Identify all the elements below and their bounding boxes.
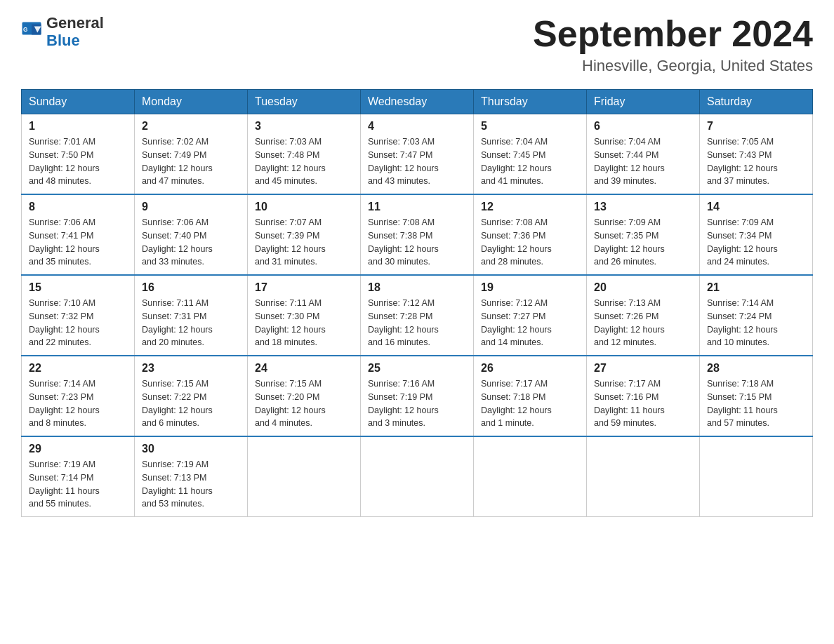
day-number: 14	[707, 201, 805, 213]
day-info: Sunrise: 7:06 AMSunset: 7:40 PMDaylight:…	[142, 216, 240, 269]
day-info: Sunrise: 7:09 AMSunset: 7:35 PMDaylight:…	[594, 216, 692, 269]
day-info: Sunrise: 7:19 AMSunset: 7:14 PMDaylight:…	[29, 458, 127, 511]
calendar-day-cell: 19Sunrise: 7:12 AMSunset: 7:27 PMDayligh…	[474, 275, 587, 356]
calendar-day-cell: 11Sunrise: 7:08 AMSunset: 7:38 PMDayligh…	[361, 194, 474, 275]
calendar-day-cell: 29Sunrise: 7:19 AMSunset: 7:14 PMDayligh…	[22, 436, 135, 517]
calendar-week-row: 15Sunrise: 7:10 AMSunset: 7:32 PMDayligh…	[22, 275, 813, 356]
header-friday: Friday	[587, 90, 700, 114]
day-info: Sunrise: 7:02 AMSunset: 7:49 PMDaylight:…	[142, 135, 240, 188]
day-number: 23	[142, 362, 240, 375]
day-info: Sunrise: 7:03 AMSunset: 7:47 PMDaylight:…	[368, 135, 466, 188]
day-number: 9	[142, 201, 240, 213]
day-number: 8	[29, 201, 127, 213]
calendar-day-cell: 23Sunrise: 7:15 AMSunset: 7:22 PMDayligh…	[135, 356, 248, 436]
day-info: Sunrise: 7:17 AMSunset: 7:18 PMDaylight:…	[481, 377, 579, 430]
day-info: Sunrise: 7:13 AMSunset: 7:26 PMDaylight:…	[594, 297, 692, 349]
calendar-day-cell	[587, 436, 700, 517]
day-info: Sunrise: 7:16 AMSunset: 7:19 PMDaylight:…	[368, 377, 466, 430]
header-sunday: Sunday	[22, 90, 135, 114]
calendar-day-cell: 15Sunrise: 7:10 AMSunset: 7:32 PMDayligh…	[22, 275, 135, 356]
day-info: Sunrise: 7:11 AMSunset: 7:30 PMDaylight:…	[255, 297, 353, 349]
day-number: 19	[481, 281, 579, 294]
day-number: 2	[142, 120, 240, 133]
calendar-title: September 2024	[533, 14, 813, 54]
day-number: 5	[481, 120, 579, 133]
logo-line1: General	[46, 14, 104, 32]
calendar-day-cell: 28Sunrise: 7:18 AMSunset: 7:15 PMDayligh…	[700, 356, 813, 436]
day-number: 17	[255, 281, 353, 294]
page-header: G General Blue September 2024 Hinesville…	[21, 14, 813, 75]
day-info: Sunrise: 7:11 AMSunset: 7:31 PMDaylight:…	[142, 297, 240, 349]
header-wednesday: Wednesday	[361, 90, 474, 114]
header-tuesday: Tuesday	[248, 90, 361, 114]
day-number: 20	[594, 281, 692, 294]
calendar-table: Sunday Monday Tuesday Wednesday Thursday…	[21, 89, 813, 517]
calendar-day-cell: 16Sunrise: 7:11 AMSunset: 7:31 PMDayligh…	[135, 275, 248, 356]
day-info: Sunrise: 7:08 AMSunset: 7:38 PMDaylight:…	[368, 216, 466, 269]
day-info: Sunrise: 7:03 AMSunset: 7:48 PMDaylight:…	[255, 135, 353, 188]
header-thursday: Thursday	[474, 90, 587, 114]
day-info: Sunrise: 7:12 AMSunset: 7:27 PMDaylight:…	[481, 297, 579, 349]
day-number: 27	[594, 362, 692, 375]
calendar-day-cell	[361, 436, 474, 517]
calendar-day-cell: 18Sunrise: 7:12 AMSunset: 7:28 PMDayligh…	[361, 275, 474, 356]
calendar-day-cell: 1Sunrise: 7:01 AMSunset: 7:50 PMDaylight…	[22, 114, 135, 195]
day-info: Sunrise: 7:12 AMSunset: 7:28 PMDaylight:…	[368, 297, 466, 349]
day-info: Sunrise: 7:08 AMSunset: 7:36 PMDaylight:…	[481, 216, 579, 269]
logo-line2: Blue	[46, 32, 104, 49]
calendar-week-row: 22Sunrise: 7:14 AMSunset: 7:23 PMDayligh…	[22, 356, 813, 436]
day-info: Sunrise: 7:10 AMSunset: 7:32 PMDaylight:…	[29, 297, 127, 349]
svg-text:G: G	[23, 27, 27, 33]
day-info: Sunrise: 7:04 AMSunset: 7:44 PMDaylight:…	[594, 135, 692, 188]
day-number: 21	[707, 281, 805, 294]
day-number: 28	[707, 362, 805, 375]
logo: G General Blue	[21, 14, 104, 50]
calendar-day-cell: 14Sunrise: 7:09 AMSunset: 7:34 PMDayligh…	[700, 194, 813, 275]
day-info: Sunrise: 7:05 AMSunset: 7:43 PMDaylight:…	[707, 135, 805, 188]
day-number: 22	[29, 362, 127, 375]
day-info: Sunrise: 7:19 AMSunset: 7:13 PMDaylight:…	[142, 458, 240, 511]
calendar-day-cell: 7Sunrise: 7:05 AMSunset: 7:43 PMDaylight…	[700, 114, 813, 195]
calendar-day-cell: 8Sunrise: 7:06 AMSunset: 7:41 PMDaylight…	[22, 194, 135, 275]
calendar-day-cell: 5Sunrise: 7:04 AMSunset: 7:45 PMDaylight…	[474, 114, 587, 195]
calendar-subtitle: Hinesville, Georgia, United States	[533, 57, 813, 75]
day-info: Sunrise: 7:01 AMSunset: 7:50 PMDaylight:…	[29, 135, 127, 188]
calendar-day-cell: 6Sunrise: 7:04 AMSunset: 7:44 PMDaylight…	[587, 114, 700, 195]
day-info: Sunrise: 7:07 AMSunset: 7:39 PMDaylight:…	[255, 216, 353, 269]
day-number: 12	[481, 201, 579, 213]
calendar-day-cell: 17Sunrise: 7:11 AMSunset: 7:30 PMDayligh…	[248, 275, 361, 356]
day-info: Sunrise: 7:14 AMSunset: 7:24 PMDaylight:…	[707, 297, 805, 349]
calendar-day-cell	[248, 436, 361, 517]
day-number: 30	[142, 443, 240, 455]
header-monday: Monday	[135, 90, 248, 114]
day-info: Sunrise: 7:15 AMSunset: 7:20 PMDaylight:…	[255, 377, 353, 430]
calendar-day-cell: 25Sunrise: 7:16 AMSunset: 7:19 PMDayligh…	[361, 356, 474, 436]
calendar-day-cell: 3Sunrise: 7:03 AMSunset: 7:48 PMDaylight…	[248, 114, 361, 195]
day-info: Sunrise: 7:15 AMSunset: 7:22 PMDaylight:…	[142, 377, 240, 430]
calendar-day-cell: 24Sunrise: 7:15 AMSunset: 7:20 PMDayligh…	[248, 356, 361, 436]
day-info: Sunrise: 7:06 AMSunset: 7:41 PMDaylight:…	[29, 216, 127, 269]
calendar-day-cell	[474, 436, 587, 517]
day-number: 29	[29, 443, 127, 455]
calendar-day-cell: 10Sunrise: 7:07 AMSunset: 7:39 PMDayligh…	[248, 194, 361, 275]
day-number: 11	[368, 201, 466, 213]
day-info: Sunrise: 7:17 AMSunset: 7:16 PMDaylight:…	[594, 377, 692, 430]
day-number: 3	[255, 120, 353, 133]
day-info: Sunrise: 7:04 AMSunset: 7:45 PMDaylight:…	[481, 135, 579, 188]
day-info: Sunrise: 7:09 AMSunset: 7:34 PMDaylight:…	[707, 216, 805, 269]
day-number: 16	[142, 281, 240, 294]
calendar-day-cell: 26Sunrise: 7:17 AMSunset: 7:18 PMDayligh…	[474, 356, 587, 436]
calendar-week-row: 8Sunrise: 7:06 AMSunset: 7:41 PMDaylight…	[22, 194, 813, 275]
calendar-day-cell: 27Sunrise: 7:17 AMSunset: 7:16 PMDayligh…	[587, 356, 700, 436]
calendar-day-cell: 12Sunrise: 7:08 AMSunset: 7:36 PMDayligh…	[474, 194, 587, 275]
day-number: 13	[594, 201, 692, 213]
day-number: 18	[368, 281, 466, 294]
calendar-day-cell	[700, 436, 813, 517]
day-number: 10	[255, 201, 353, 213]
calendar-day-cell: 9Sunrise: 7:06 AMSunset: 7:40 PMDaylight…	[135, 194, 248, 275]
calendar-day-cell: 20Sunrise: 7:13 AMSunset: 7:26 PMDayligh…	[587, 275, 700, 356]
logo-icon: G	[21, 21, 42, 42]
day-number: 15	[29, 281, 127, 294]
calendar-day-cell: 22Sunrise: 7:14 AMSunset: 7:23 PMDayligh…	[22, 356, 135, 436]
calendar-day-cell: 21Sunrise: 7:14 AMSunset: 7:24 PMDayligh…	[700, 275, 813, 356]
